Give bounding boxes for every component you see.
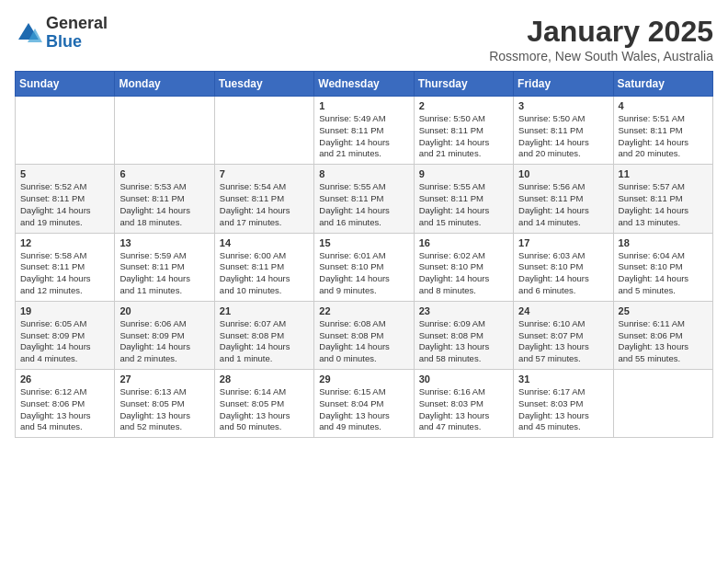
day-number: 27: [119, 373, 209, 385]
calendar-cell: 22Sunrise: 6:08 AMSunset: 8:08 PMDayligh…: [314, 301, 414, 369]
calendar-cell: [613, 370, 712, 438]
day-info: Sunrise: 6:08 AMSunset: 8:08 PMDaylight:…: [319, 318, 408, 365]
calendar-cell: 9Sunrise: 5:55 AMSunset: 8:11 PMDaylight…: [414, 165, 513, 233]
calendar-cell: 13Sunrise: 5:59 AMSunset: 8:11 PMDayligh…: [115, 233, 214, 301]
day-info: Sunrise: 6:13 AMSunset: 8:05 PMDaylight:…: [119, 386, 209, 433]
day-number: 10: [518, 168, 608, 179]
day-number: 13: [119, 237, 209, 248]
day-number: 16: [419, 237, 508, 248]
calendar-cell: 26Sunrise: 6:12 AMSunset: 8:06 PMDayligh…: [16, 370, 115, 438]
day-number: 28: [220, 373, 309, 385]
calendar-cell: 1Sunrise: 5:49 AMSunset: 8:11 PMDaylight…: [314, 97, 414, 165]
day-number: 19: [20, 305, 109, 316]
day-info: Sunrise: 5:59 AMSunset: 8:11 PMDaylight:…: [119, 250, 209, 297]
calendar-cell: 29Sunrise: 6:15 AMSunset: 8:04 PMDayligh…: [314, 370, 414, 438]
day-info: Sunrise: 6:17 AMSunset: 8:03 PMDaylight:…: [518, 386, 608, 433]
day-number: 8: [319, 168, 408, 179]
calendar-cell: 28Sunrise: 6:14 AMSunset: 8:05 PMDayligh…: [214, 370, 313, 438]
calendar-row-2: 5Sunrise: 5:52 AMSunset: 8:11 PMDaylight…: [16, 165, 713, 233]
logo-icon: [15, 19, 42, 47]
day-info: Sunrise: 6:04 AMSunset: 8:10 PMDaylight:…: [619, 250, 708, 297]
day-info: Sunrise: 6:07 AMSunset: 8:08 PMDaylight:…: [220, 318, 309, 365]
day-info: Sunrise: 5:52 AMSunset: 8:11 PMDaylight:…: [20, 181, 109, 228]
day-number: 9: [419, 168, 508, 179]
calendar-cell: 23Sunrise: 6:09 AMSunset: 8:08 PMDayligh…: [414, 301, 513, 369]
calendar-cell: 24Sunrise: 6:10 AMSunset: 8:07 PMDayligh…: [514, 301, 613, 369]
header: General Blue January 2025 Rossmore, New …: [15, 15, 713, 63]
calendar-cell: 27Sunrise: 6:13 AMSunset: 8:05 PMDayligh…: [115, 370, 214, 438]
day-number: 12: [20, 237, 109, 248]
column-header-tuesday: Tuesday: [214, 72, 313, 97]
calendar-cell: [115, 97, 214, 165]
day-number: 29: [319, 373, 408, 385]
day-number: 14: [220, 237, 309, 248]
calendar-cell: 7Sunrise: 5:54 AMSunset: 8:11 PMDaylight…: [214, 165, 313, 233]
logo-blue: Blue: [46, 33, 108, 52]
day-info: Sunrise: 6:10 AMSunset: 8:07 PMDaylight:…: [518, 318, 608, 365]
day-info: Sunrise: 6:02 AMSunset: 8:10 PMDaylight:…: [419, 250, 508, 297]
column-header-wednesday: Wednesday: [314, 72, 414, 97]
title-area: January 2025 Rossmore, New South Wales, …: [489, 15, 713, 63]
calendar-cell: 6Sunrise: 5:53 AMSunset: 8:11 PMDaylight…: [115, 165, 214, 233]
column-header-thursday: Thursday: [414, 72, 513, 97]
day-info: Sunrise: 5:49 AMSunset: 8:11 PMDaylight:…: [319, 113, 408, 160]
calendar-cell: 4Sunrise: 5:51 AMSunset: 8:11 PMDaylight…: [613, 97, 712, 165]
calendar-cell: [16, 97, 115, 165]
day-info: Sunrise: 5:57 AMSunset: 8:11 PMDaylight:…: [619, 181, 708, 228]
day-number: 22: [319, 305, 408, 316]
calendar-row-5: 26Sunrise: 6:12 AMSunset: 8:06 PMDayligh…: [16, 370, 713, 438]
day-info: Sunrise: 5:50 AMSunset: 8:11 PMDaylight:…: [419, 113, 508, 160]
day-number: 24: [518, 305, 608, 316]
calendar-cell: 14Sunrise: 6:00 AMSunset: 8:11 PMDayligh…: [214, 233, 313, 301]
calendar-row-3: 12Sunrise: 5:58 AMSunset: 8:11 PMDayligh…: [16, 233, 713, 301]
calendar-cell: 8Sunrise: 5:55 AMSunset: 8:11 PMDaylight…: [314, 165, 414, 233]
calendar: SundayMondayTuesdayWednesdayThursdayFrid…: [15, 71, 713, 438]
day-info: Sunrise: 6:16 AMSunset: 8:03 PMDaylight:…: [419, 386, 508, 433]
day-info: Sunrise: 5:56 AMSunset: 8:11 PMDaylight:…: [518, 181, 608, 228]
day-info: Sunrise: 5:55 AMSunset: 8:11 PMDaylight:…: [419, 181, 508, 228]
day-info: Sunrise: 5:53 AMSunset: 8:11 PMDaylight:…: [119, 181, 209, 228]
column-header-sunday: Sunday: [16, 72, 115, 97]
day-number: 30: [419, 373, 508, 385]
calendar-row-1: 1Sunrise: 5:49 AMSunset: 8:11 PMDaylight…: [16, 97, 713, 165]
day-number: 23: [419, 305, 508, 316]
day-info: Sunrise: 6:00 AMSunset: 8:11 PMDaylight:…: [220, 250, 309, 297]
day-info: Sunrise: 6:15 AMSunset: 8:04 PMDaylight:…: [319, 386, 408, 433]
calendar-cell: 21Sunrise: 6:07 AMSunset: 8:08 PMDayligh…: [214, 301, 313, 369]
calendar-cell: 18Sunrise: 6:04 AMSunset: 8:10 PMDayligh…: [613, 233, 712, 301]
day-info: Sunrise: 5:51 AMSunset: 8:11 PMDaylight:…: [619, 113, 708, 160]
calendar-cell: 16Sunrise: 6:02 AMSunset: 8:10 PMDayligh…: [414, 233, 513, 301]
calendar-cell: 15Sunrise: 6:01 AMSunset: 8:10 PMDayligh…: [314, 233, 414, 301]
calendar-cell: 31Sunrise: 6:17 AMSunset: 8:03 PMDayligh…: [514, 370, 613, 438]
day-number: 26: [20, 373, 109, 385]
calendar-cell: [214, 97, 313, 165]
day-info: Sunrise: 6:12 AMSunset: 8:06 PMDaylight:…: [20, 386, 109, 433]
calendar-cell: 5Sunrise: 5:52 AMSunset: 8:11 PMDaylight…: [16, 165, 115, 233]
day-info: Sunrise: 5:50 AMSunset: 8:11 PMDaylight:…: [518, 113, 608, 160]
calendar-cell: 11Sunrise: 5:57 AMSunset: 8:11 PMDayligh…: [613, 165, 712, 233]
calendar-cell: 19Sunrise: 6:05 AMSunset: 8:09 PMDayligh…: [16, 301, 115, 369]
calendar-cell: 3Sunrise: 5:50 AMSunset: 8:11 PMDaylight…: [514, 97, 613, 165]
day-number: 21: [220, 305, 309, 316]
day-number: 1: [319, 100, 408, 111]
logo: General Blue: [15, 15, 108, 52]
day-number: 17: [518, 237, 608, 248]
day-info: Sunrise: 6:05 AMSunset: 8:09 PMDaylight:…: [20, 318, 109, 365]
calendar-cell: 12Sunrise: 5:58 AMSunset: 8:11 PMDayligh…: [16, 233, 115, 301]
day-number: 6: [119, 168, 209, 179]
day-number: 7: [220, 168, 309, 179]
day-info: Sunrise: 6:06 AMSunset: 8:09 PMDaylight:…: [119, 318, 209, 365]
day-info: Sunrise: 6:14 AMSunset: 8:05 PMDaylight:…: [220, 386, 309, 433]
day-number: 3: [518, 100, 608, 111]
day-number: 5: [20, 168, 109, 179]
day-info: Sunrise: 6:01 AMSunset: 8:10 PMDaylight:…: [319, 250, 408, 297]
day-number: 2: [419, 100, 508, 111]
day-info: Sunrise: 5:55 AMSunset: 8:11 PMDaylight:…: [319, 181, 408, 228]
day-number: 11: [619, 168, 708, 179]
header-row: SundayMondayTuesdayWednesdayThursdayFrid…: [16, 72, 713, 97]
day-info: Sunrise: 6:11 AMSunset: 8:06 PMDaylight:…: [619, 318, 708, 365]
day-number: 4: [619, 100, 708, 111]
day-number: 18: [619, 237, 708, 248]
calendar-cell: 10Sunrise: 5:56 AMSunset: 8:11 PMDayligh…: [514, 165, 613, 233]
calendar-cell: 17Sunrise: 6:03 AMSunset: 8:10 PMDayligh…: [514, 233, 613, 301]
